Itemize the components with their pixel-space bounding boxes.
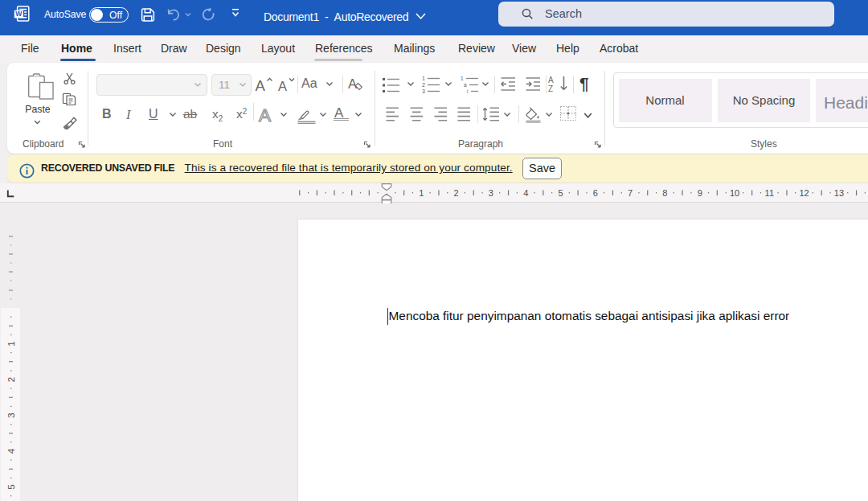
svg-text:A: A <box>256 77 266 94</box>
svg-text:7: 7 <box>628 188 633 198</box>
svg-text:i: i <box>467 88 468 94</box>
svg-text:a: a <box>464 82 467 88</box>
svg-text:2: 2 <box>422 82 425 88</box>
svg-text:4: 4 <box>6 448 16 454</box>
svg-text:4: 4 <box>523 188 528 198</box>
svg-text:10: 10 <box>730 188 739 198</box>
svg-text:Z: Z <box>548 84 553 92</box>
svg-text:12: 12 <box>799 188 809 198</box>
svg-text:2: 2 <box>454 188 459 198</box>
svg-text:3: 3 <box>6 413 16 417</box>
svg-text:5: 5 <box>6 484 16 489</box>
svg-text:3: 3 <box>489 188 493 198</box>
svg-text:A: A <box>278 79 287 93</box>
svg-text:9: 9 <box>698 188 702 198</box>
svg-text:1: 1 <box>6 341 16 346</box>
svg-text:1: 1 <box>419 188 424 198</box>
svg-text:11: 11 <box>765 188 774 198</box>
svg-text:W: W <box>15 10 23 18</box>
svg-text:3: 3 <box>422 88 425 94</box>
svg-text:1: 1 <box>422 76 425 81</box>
svg-text:13: 13 <box>834 188 844 198</box>
svg-text:6: 6 <box>593 188 598 198</box>
svg-text:A: A <box>348 76 357 91</box>
svg-text:1: 1 <box>461 76 464 81</box>
svg-text:8: 8 <box>662 188 667 198</box>
svg-text:2: 2 <box>6 377 16 382</box>
svg-text:A: A <box>548 76 554 84</box>
svg-text:5: 5 <box>558 188 563 198</box>
